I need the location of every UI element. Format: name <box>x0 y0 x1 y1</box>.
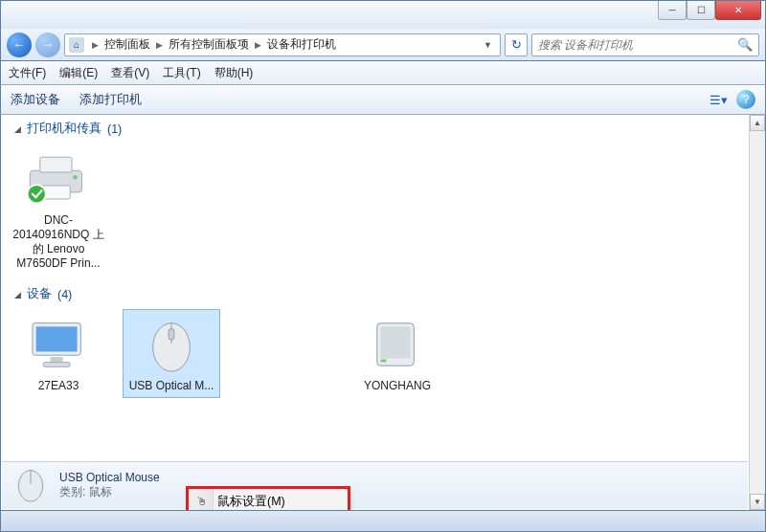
group-header-devices[interactable]: ◢ 设备 (4) <box>1 280 765 304</box>
back-button[interactable]: ← <box>7 33 32 57</box>
help-icon: ? <box>743 93 750 106</box>
svg-rect-6 <box>36 326 78 351</box>
breadcrumb-item[interactable]: 所有控制面板项 <box>165 36 253 53</box>
device-label: DNC-20140916NDQ 上的 Lenovo M7650DF Prin..… <box>11 213 106 275</box>
search-input[interactable] <box>538 38 737 52</box>
arrow-left-icon: ← <box>13 37 26 52</box>
details-title: USB Optical Mouse <box>59 471 160 484</box>
monitor-icon <box>24 314 93 375</box>
close-button[interactable]: ✕ <box>715 1 761 20</box>
forward-button[interactable]: → <box>35 33 60 57</box>
window-bottom-frame <box>0 511 766 532</box>
collapse-icon: ◢ <box>14 124 21 134</box>
svg-rect-14 <box>381 359 387 362</box>
printer-icon <box>24 148 93 210</box>
device-item-mouse[interactable]: USB Optical M... <box>124 310 219 397</box>
group-title: 打印机和传真 <box>27 121 101 137</box>
device-label: 27EA33 <box>11 379 106 397</box>
svg-point-4 <box>28 185 46 203</box>
add-device-button[interactable]: 添加设备 <box>11 92 60 108</box>
svg-point-3 <box>73 175 77 179</box>
details-category-value: 鼠标 <box>89 485 112 499</box>
chevron-right-icon: ▶ <box>253 40 263 50</box>
details-pane: USB Optical Mouse 类别: 鼠标 <box>2 461 748 509</box>
group-header-printers[interactable]: ◢ 打印机和传真 (1) <box>1 115 765 139</box>
menu-help[interactable]: 帮助(H) <box>214 65 254 81</box>
menu-edit[interactable]: 编辑(E) <box>59 65 98 81</box>
search-box[interactable]: 🔍 <box>531 33 759 56</box>
context-menu-item-mouse-settings[interactable]: 🖱 鼠标设置(M) <box>189 489 348 511</box>
refresh-icon: ↻ <box>511 37 522 52</box>
group-count: (4) <box>57 288 72 301</box>
search-icon: 🔍 <box>737 37 753 52</box>
details-category-label: 类别: <box>59 485 85 499</box>
external-drive-icon <box>363 314 432 375</box>
maximize-button[interactable]: ☐ <box>687 1 715 20</box>
add-printer-button[interactable]: 添加打印机 <box>79 92 142 108</box>
chevron-right-icon: ▶ <box>154 40 165 50</box>
scroll-up-button[interactable]: ▲ <box>750 115 765 131</box>
collapse-icon: ◢ <box>14 290 21 299</box>
content-pane: ◢ 打印机和传真 (1) DNC-20140916NDQ 上的 Lenovo M… <box>0 115 766 511</box>
view-icon: ☰▾ <box>710 93 728 107</box>
breadcrumb-item[interactable]: 控制面板 <box>101 36 154 53</box>
arrow-right-icon: → <box>42 37 55 52</box>
device-item-drive[interactable]: YONGHANG <box>349 310 445 397</box>
breadcrumb-dropdown-icon[interactable]: ▼ <box>480 40 496 50</box>
menu-file[interactable]: 文件(F) <box>9 65 46 81</box>
breadcrumb[interactable]: ⌂ ▶ 控制面板 ▶ 所有控制面板项 ▶ 设备和打印机 ▼ <box>64 33 501 56</box>
location-icon: ⌂ <box>69 37 84 53</box>
group-title: 设备 <box>27 286 52 302</box>
svg-rect-7 <box>51 357 63 363</box>
menu-tools[interactable]: 工具(T) <box>163 65 200 81</box>
mouse-icon <box>11 465 50 506</box>
device-item-monitor[interactable]: 27EA33 <box>11 310 106 397</box>
refresh-button[interactable]: ↻ <box>505 33 528 56</box>
svg-rect-1 <box>40 157 72 172</box>
menu-view[interactable]: 查看(V) <box>111 65 149 81</box>
group-count: (1) <box>107 122 122 136</box>
context-menu: 🖱 鼠标设置(M) 创建快捷方式(S) 疑难解答(T) 属性(R) <box>188 488 349 511</box>
breadcrumb-item[interactable]: 设备和打印机 <box>263 36 340 53</box>
context-menu-label: 鼠标设置(M) <box>217 494 285 510</box>
mouse-icon <box>137 314 206 375</box>
device-label: USB Optical M... <box>124 379 219 397</box>
minimize-button[interactable]: ─ <box>658 1 687 20</box>
help-button[interactable]: ? <box>736 90 755 109</box>
chevron-right-icon: ▶ <box>90 40 101 50</box>
svg-rect-13 <box>381 327 411 359</box>
svg-rect-8 <box>43 363 70 367</box>
mouse-small-icon: 🖱 <box>192 495 212 508</box>
device-label: YONGHANG <box>349 379 445 397</box>
command-bar: 添加设备 添加打印机 ☰▾ ? <box>0 84 766 115</box>
window-titlebar: ─ ☐ ✕ <box>0 0 766 29</box>
svg-rect-11 <box>169 329 174 341</box>
device-item-printer[interactable]: DNC-20140916NDQ 上的 Lenovo M7650DF Prin..… <box>11 144 106 275</box>
vertical-scrollbar[interactable]: ▲ ▼ <box>749 115 765 510</box>
scroll-down-button[interactable]: ▼ <box>750 494 765 510</box>
view-options-button[interactable]: ☰▾ <box>708 89 729 110</box>
navigation-bar: ← → ⌂ ▶ 控制面板 ▶ 所有控制面板项 ▶ 设备和打印机 ▼ ↻ 🔍 <box>0 29 766 61</box>
menu-bar: 文件(F) 编辑(E) 查看(V) 工具(T) 帮助(H) <box>0 61 766 84</box>
